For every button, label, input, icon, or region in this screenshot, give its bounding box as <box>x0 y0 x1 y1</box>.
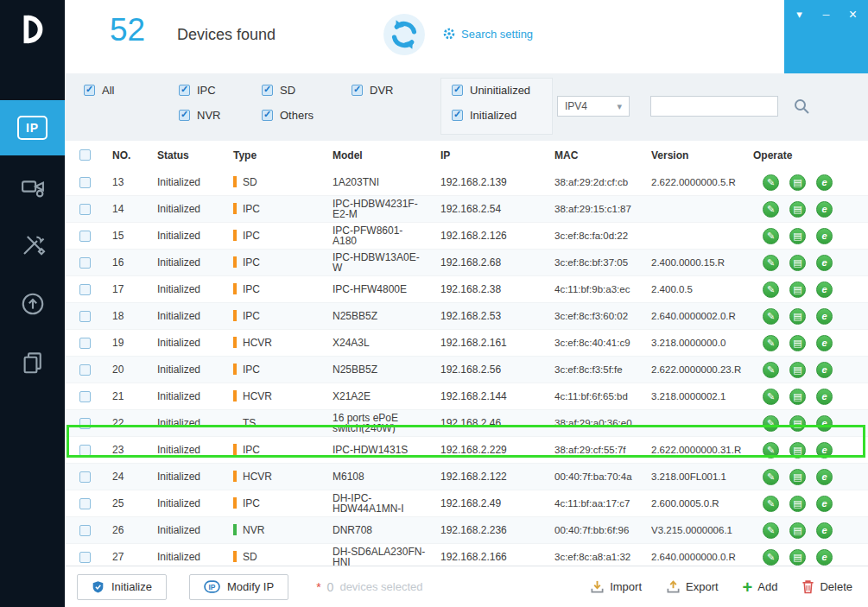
edit-icon-button[interactable]: ✎ <box>763 496 779 512</box>
row-checkbox[interactable] <box>79 177 91 188</box>
row-checkbox[interactable] <box>79 498 91 509</box>
edit-icon-button[interactable]: ✎ <box>763 174 779 191</box>
table-row[interactable]: 25InitializedIPCDH-IPC-HDW44A1MN-I192.16… <box>65 490 868 517</box>
table-row[interactable]: 24InitializedHCVRM6108192.168.2.12200:40… <box>65 464 868 490</box>
browser-icon-button[interactable]: e <box>816 389 833 405</box>
filter-uninitialized[interactable]: Uninitialized <box>452 84 530 97</box>
table-row[interactable]: 22InitializedTS16 ports ePoE switch(240W… <box>65 410 868 437</box>
table-row[interactable]: 20InitializedIPCN25BB5Z192.168.2.563c:ef… <box>65 357 868 383</box>
menu-caret-icon[interactable] <box>794 8 806 73</box>
select-all-checkbox[interactable] <box>79 149 91 161</box>
all-checkbox[interactable] <box>84 85 95 96</box>
browser-icon-button[interactable]: e <box>816 522 833 539</box>
table-row[interactable]: 13InitializedSD1A203TNI192.168.2.13938:a… <box>65 169 868 196</box>
browser-icon-button[interactable]: e <box>816 335 833 351</box>
browser-icon-button[interactable]: e <box>816 174 833 191</box>
edit-icon-button[interactable]: ✎ <box>763 469 779 485</box>
filter-others[interactable]: Others <box>262 109 314 122</box>
filter-all[interactable]: All <box>84 84 114 97</box>
details-icon-button[interactable]: ▤ <box>789 281 806 298</box>
edit-icon-button[interactable]: ✎ <box>763 442 779 458</box>
sidebar-item-device-logs[interactable] <box>0 335 65 390</box>
initialized-checkbox[interactable] <box>452 110 463 121</box>
table-row[interactable]: 23InitializedIPCIPC-HDW1431S192.168.2.22… <box>65 437 868 464</box>
details-icon-button[interactable]: ▤ <box>789 415 806 432</box>
import-button[interactable]: Import <box>590 579 642 594</box>
filter-sd[interactable]: SD <box>262 84 295 97</box>
details-icon-button[interactable]: ▤ <box>789 496 806 512</box>
add-button[interactable]: + Add <box>743 580 778 593</box>
edit-icon-button[interactable]: ✎ <box>763 308 779 325</box>
sidebar-item-ip-search[interactable]: IP <box>0 100 65 155</box>
edit-icon-button[interactable]: ✎ <box>763 335 779 351</box>
sidebar-item-system-upgrade[interactable] <box>0 276 65 332</box>
table-row[interactable]: 18InitializedIPCN25BB5Z192.168.2.533c:ef… <box>65 303 868 330</box>
uninitialized-checkbox[interactable] <box>452 85 463 96</box>
filter-initialized[interactable]: Initialized <box>452 109 516 122</box>
browser-icon-button[interactable]: e <box>816 308 833 325</box>
table-row[interactable]: 21InitializedHCVRX21A2E192.168.2.1444c:1… <box>65 383 868 410</box>
edit-icon-button[interactable]: ✎ <box>763 228 779 244</box>
table-row[interactable]: 26InitializedNVRDNR708192.168.2.23600:40… <box>65 517 868 544</box>
minimize-icon[interactable] <box>820 8 833 73</box>
modify-ip-button[interactable]: IP Modify IP <box>189 574 288 600</box>
details-icon-button[interactable]: ▤ <box>789 174 806 191</box>
details-icon-button[interactable]: ▤ <box>789 469 806 485</box>
nvr-checkbox[interactable] <box>179 110 190 121</box>
sidebar-item-device-settings[interactable] <box>0 159 65 214</box>
filter-dvr[interactable]: DVR <box>352 84 393 97</box>
edit-icon-button[interactable]: ✎ <box>763 362 779 378</box>
ipc-checkbox[interactable] <box>179 85 190 96</box>
row-checkbox[interactable] <box>79 445 91 456</box>
refresh-button[interactable] <box>383 13 426 56</box>
search-setting-button[interactable]: Search setting <box>442 27 533 41</box>
initialize-button[interactable]: Initialize <box>77 574 167 600</box>
filter-ipc[interactable]: IPC <box>179 84 216 97</box>
edit-icon-button[interactable]: ✎ <box>763 201 779 218</box>
row-checkbox[interactable] <box>79 284 91 295</box>
row-checkbox[interactable] <box>79 418 91 429</box>
edit-icon-button[interactable]: ✎ <box>763 549 779 566</box>
row-checkbox[interactable] <box>79 311 91 322</box>
row-checkbox[interactable] <box>79 552 91 563</box>
browser-icon-button[interactable]: e <box>816 255 833 271</box>
row-checkbox[interactable] <box>79 364 91 376</box>
details-icon-button[interactable]: ▤ <box>789 335 806 351</box>
delete-button[interactable]: Delete <box>801 579 852 594</box>
details-icon-button[interactable]: ▤ <box>789 255 806 271</box>
browser-icon-button[interactable]: e <box>816 362 833 378</box>
edit-icon-button[interactable]: ✎ <box>763 389 779 405</box>
close-icon[interactable] <box>847 8 859 73</box>
browser-icon-button[interactable]: e <box>816 469 833 485</box>
details-icon-button[interactable]: ▤ <box>789 228 806 244</box>
table-row[interactable]: 16InitializedIPCIPC-HDBW13A0E-W192.168.2… <box>65 250 868 276</box>
export-button[interactable]: Export <box>666 579 719 594</box>
row-checkbox[interactable] <box>79 391 91 402</box>
table-row[interactable]: 15InitializedIPCIPC-PFW8601-A180192.168.… <box>65 223 868 250</box>
row-checkbox[interactable] <box>79 204 91 215</box>
row-checkbox[interactable] <box>79 525 91 536</box>
ip-version-select[interactable]: IPV4 <box>557 96 630 117</box>
edit-icon-button[interactable]: ✎ <box>763 415 779 432</box>
browser-icon-button[interactable]: e <box>816 496 833 512</box>
row-checkbox[interactable] <box>79 231 91 242</box>
search-button[interactable] <box>793 98 810 115</box>
browser-icon-button[interactable]: e <box>816 549 833 566</box>
sd-checkbox[interactable] <box>262 85 273 96</box>
dvr-checkbox[interactable] <box>352 85 363 96</box>
browser-icon-button[interactable]: e <box>816 442 833 458</box>
search-input[interactable] <box>651 97 777 116</box>
details-icon-button[interactable]: ▤ <box>789 442 806 458</box>
details-icon-button[interactable]: ▤ <box>789 362 806 378</box>
edit-icon-button[interactable]: ✎ <box>763 255 779 271</box>
table-row[interactable]: 17InitializedIPCIPC-HFW4800E192.168.2.38… <box>65 276 868 303</box>
edit-icon-button[interactable]: ✎ <box>763 281 779 298</box>
details-icon-button[interactable]: ▤ <box>789 201 806 218</box>
details-icon-button[interactable]: ▤ <box>789 389 806 405</box>
row-checkbox[interactable] <box>79 471 91 483</box>
row-checkbox[interactable] <box>79 338 91 349</box>
details-icon-button[interactable]: ▤ <box>789 522 806 539</box>
details-icon-button[interactable]: ▤ <box>789 549 806 566</box>
browser-icon-button[interactable]: e <box>816 281 833 298</box>
table-row[interactable]: 19InitializedHCVRX24A3L192.168.2.1613c:e… <box>65 330 868 357</box>
